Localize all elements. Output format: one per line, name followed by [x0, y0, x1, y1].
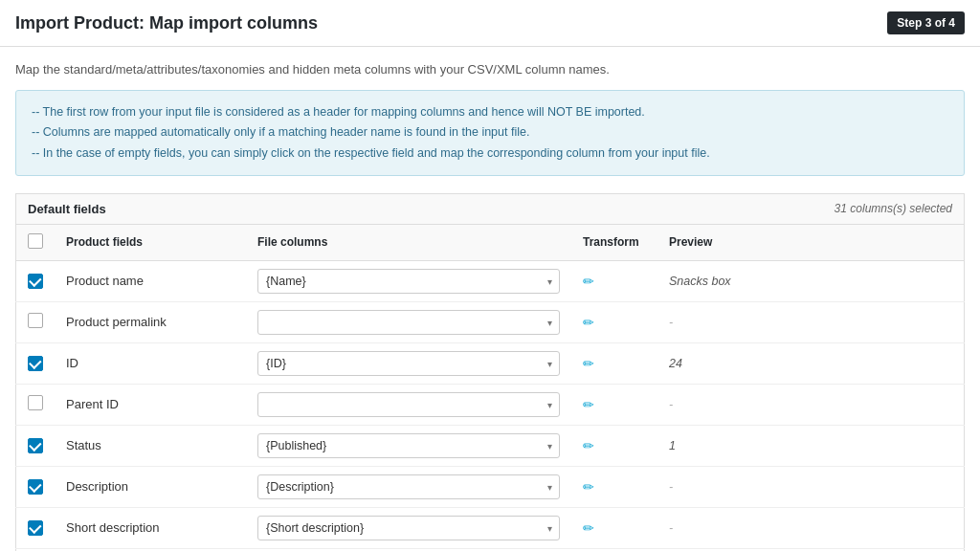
row-field-name: Status — [55, 425, 246, 466]
pencil-icon[interactable]: ✏ — [583, 356, 594, 371]
subtitle: Map the standard/meta/attributes/taxonom… — [15, 62, 965, 77]
row-field-name: Parent ID — [55, 384, 246, 425]
info-line-1: -- The first row from your input file is… — [32, 102, 948, 122]
row-checkbox-cell — [16, 466, 56, 507]
pencil-icon[interactable]: ✏ — [583, 520, 594, 536]
col-header-product-fields: Product fields — [55, 224, 246, 260]
row-checkbox-cell — [16, 425, 56, 466]
row-preview-value: 24 — [669, 357, 682, 370]
info-box: -- The first row from your input file is… — [15, 90, 965, 176]
row-file-column-cell: {Short description}▾ — [246, 507, 571, 548]
row-preview-value: 1 — [669, 439, 676, 452]
col-header-transform: Transform — [571, 224, 657, 260]
row-preview-cell: - — [657, 507, 965, 548]
row-preview-cell: 1 — [657, 425, 965, 466]
table-header-row: Product fields File columns Transform Pr… — [16, 224, 965, 260]
table-row: Status{Published}▾✏1 — [16, 425, 965, 466]
row-field-name: Short description — [55, 507, 246, 548]
row-checkbox[interactable] — [28, 274, 43, 289]
row-transform-cell: ✏ — [571, 384, 657, 425]
info-line-3: -- In the case of empty fields, you can … — [32, 143, 948, 164]
page-header: Import Product: Map import columns Step … — [0, 0, 980, 47]
pencil-icon[interactable]: ✏ — [583, 274, 594, 289]
row-checkbox-cell — [16, 260, 56, 301]
row-checkbox-cell — [16, 384, 56, 425]
row-file-column-select[interactable]: {Published} — [257, 433, 560, 458]
row-file-column-cell: ▾ — [246, 301, 571, 342]
row-preview-cell: Snacks box — [657, 260, 965, 301]
row-file-column-select[interactable] — [257, 310, 560, 335]
row-file-column-cell: ▾ — [246, 384, 571, 425]
row-preview-cell: - — [657, 466, 965, 507]
row-file-column-cell: {Name}▾ — [246, 260, 571, 301]
col-header-preview: Preview — [657, 224, 965, 260]
row-file-column-select[interactable]: {ID} — [257, 351, 560, 376]
mapping-table: Product fields File columns Transform Pr… — [15, 224, 965, 551]
pencil-icon[interactable]: ✏ — [583, 479, 594, 495]
table-row: Description{Description}▾✏- — [16, 466, 965, 507]
pencil-icon[interactable]: ✏ — [583, 397, 594, 412]
table-row: Product permalink▾✏- — [16, 301, 965, 342]
row-checkbox[interactable] — [28, 520, 43, 536]
step-badge: Step 3 of 4 — [887, 11, 965, 34]
row-checkbox-cell — [16, 507, 56, 548]
row-file-column-select[interactable]: {Short description} — [257, 516, 560, 540]
row-file-column-select[interactable] — [257, 392, 560, 417]
row-transform-cell: ✏ — [571, 342, 657, 384]
row-checkbox[interactable] — [28, 356, 43, 371]
table-row: ID{ID}▾✏24 — [16, 342, 965, 384]
row-preview-cell: 24 — [657, 342, 965, 384]
page-body: Map the standard/meta/attributes/taxonom… — [0, 47, 980, 551]
row-checkbox[interactable] — [28, 438, 43, 453]
row-file-column-cell: {Published}▾ — [246, 425, 571, 466]
row-checkbox[interactable] — [28, 479, 43, 495]
page-wrapper: Import Product: Map import columns Step … — [0, 0, 980, 551]
row-file-column-cell: {ID}▾ — [246, 342, 571, 384]
row-checkbox-cell — [16, 301, 56, 342]
pencil-icon[interactable]: ✏ — [583, 438, 594, 453]
row-transform-cell: ✏ — [571, 466, 657, 507]
row-preview-cell: - — [657, 301, 965, 342]
info-line-2: -- Columns are mapped automatically only… — [32, 122, 948, 143]
columns-selected: 31 columns(s) selected — [835, 202, 952, 215]
row-file-column-cell: {Description}▾ — [246, 466, 571, 507]
row-transform-cell: ✏ — [571, 301, 657, 342]
col-header-checkbox — [16, 224, 56, 260]
col-header-file-columns: File columns — [246, 224, 571, 260]
row-preview-value: - — [669, 398, 673, 411]
row-field-name: Description — [55, 466, 246, 507]
row-checkbox[interactable] — [28, 395, 43, 410]
row-field-name: Product name — [55, 260, 246, 301]
table-row: Product name{Name}▾✏Snacks box — [16, 260, 965, 301]
table-row: Parent ID▾✏- — [16, 384, 965, 425]
row-field-name: ID — [55, 342, 246, 384]
row-preview-value: - — [669, 521, 673, 535]
row-file-column-select[interactable]: {Description} — [257, 474, 560, 499]
row-preview-value: - — [669, 480, 673, 494]
row-preview-value: - — [669, 316, 673, 329]
row-transform-cell: ✏ — [571, 507, 657, 548]
row-checkbox-cell — [16, 342, 56, 384]
row-transform-cell: ✏ — [571, 260, 657, 301]
pencil-icon[interactable]: ✏ — [583, 315, 594, 330]
row-file-column-select[interactable]: {Name} — [257, 269, 560, 294]
row-field-name: Product permalink — [55, 301, 246, 342]
row-preview-cell: - — [657, 384, 965, 425]
page-title: Import Product: Map import columns — [15, 13, 318, 33]
select-all-checkbox[interactable] — [28, 233, 43, 249]
row-preview-value: Snacks box — [669, 275, 731, 288]
section-title: Default fields — [28, 202, 106, 216]
table-row: Short description{Short description}▾✏- — [16, 507, 965, 548]
row-checkbox[interactable] — [28, 313, 43, 328]
section-header: Default fields 31 columns(s) selected — [15, 193, 965, 224]
row-transform-cell: ✏ — [571, 425, 657, 466]
